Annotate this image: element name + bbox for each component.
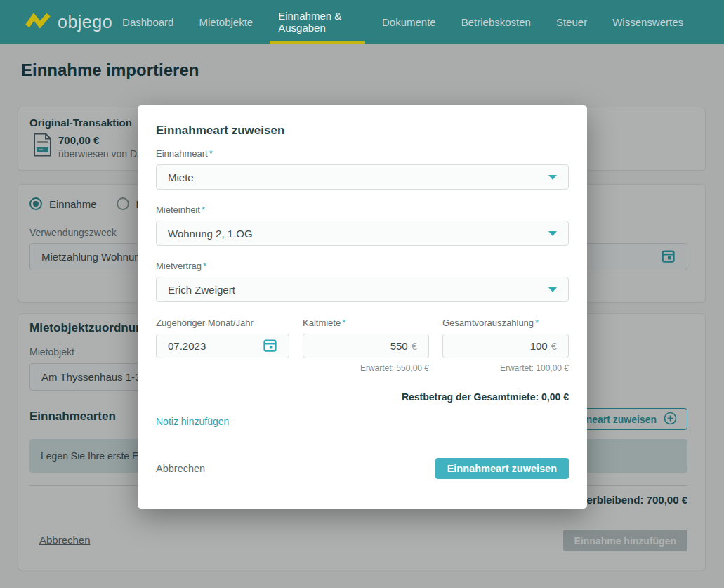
einnahmeart-select[interactable]: Miete: [156, 164, 569, 190]
assign-income-type-submit-button[interactable]: Einnahmeart zuweisen: [435, 458, 569, 479]
chevron-down-icon: [548, 231, 557, 236]
mieteinheit-value: Wohnung 2, 1.OG: [168, 228, 253, 240]
tab-dokumente[interactable]: Dokumente: [372, 0, 446, 44]
objego-zigzag-icon: [25, 11, 51, 33]
euro-suffix: €: [412, 340, 417, 352]
chevron-down-icon: [548, 287, 557, 292]
euro-suffix: €: [551, 340, 557, 352]
tab-steuer[interactable]: Steuer: [546, 0, 597, 44]
required-marker: *: [535, 318, 539, 328]
mietvertrag-select[interactable]: Erich Zweigert: [156, 277, 569, 302]
required-marker: *: [209, 148, 213, 159]
monat-value: 07.2023: [168, 340, 206, 352]
add-note-link[interactable]: Notiz hinzufügen: [156, 416, 229, 427]
main-nav: Dashboard Mietobjekte Einnahmen & Ausgab…: [112, 0, 693, 44]
kaltmiete-input[interactable]: 550 €: [303, 334, 429, 358]
tab-mietobjekte[interactable]: Mietobjekte: [189, 0, 263, 44]
tab-betriebskosten[interactable]: Betriebskosten: [452, 0, 541, 44]
modal-cancel-link[interactable]: Abbrechen: [156, 463, 205, 474]
required-marker: *: [203, 261, 206, 271]
einnahmeart-value: Miete: [168, 171, 194, 183]
vorauszahlung-value: 100: [530, 340, 548, 352]
einnahmeart-label: Einnahmeart*: [156, 148, 569, 159]
mieteinheit-select[interactable]: Wohnung 2, 1.OG: [156, 221, 569, 246]
tab-wissenswertes[interactable]: Wissenswertes: [603, 0, 693, 44]
mietvertrag-label: Mietvertrag*: [156, 261, 569, 271]
brand-logo[interactable]: objego: [25, 0, 112, 44]
vorauszahlung-input[interactable]: 100 €: [442, 334, 569, 358]
rest-amount-text: Restbetrag der Gesamtmiete: 0,00 €: [156, 391, 569, 403]
assign-income-type-modal: Einnahmeart zuweisen Einnahmeart* Miete …: [138, 105, 587, 509]
monat-input[interactable]: 07.2023: [156, 334, 289, 358]
mietvertrag-value: Erich Zweigert: [168, 284, 235, 296]
tab-dashboard[interactable]: Dashboard: [112, 0, 183, 44]
mieteinheit-label: Mieteinheit*: [156, 204, 569, 215]
vorauszahlung-expected: Erwartet: 100,00 €: [442, 363, 569, 373]
tab-einnahmen-ausgaben[interactable]: Einnahmen & Ausgaben: [268, 0, 367, 44]
kaltmiete-label: Kaltmiete*: [303, 318, 429, 328]
calendar-icon[interactable]: [263, 338, 277, 355]
top-nav-bar: objego Dashboard Mietobjekte Einnahmen &…: [0, 0, 724, 44]
required-marker: *: [342, 318, 345, 328]
chevron-down-icon: [548, 175, 557, 180]
vorauszahlung-label: Gesamtvorauszahlung*: [442, 318, 569, 328]
modal-footer: Abbrechen Einnahmeart zuweisen: [156, 458, 569, 479]
monat-label: Zugehöriger Monat/Jahr: [156, 318, 289, 328]
required-marker: *: [202, 204, 205, 215]
brand-name: objego: [58, 12, 112, 32]
kaltmiete-expected: Erwartet: 550,00 €: [303, 363, 429, 373]
modal-title: Einnahmeart zuweisen: [156, 124, 569, 138]
kaltmiete-value: 550: [390, 340, 408, 352]
